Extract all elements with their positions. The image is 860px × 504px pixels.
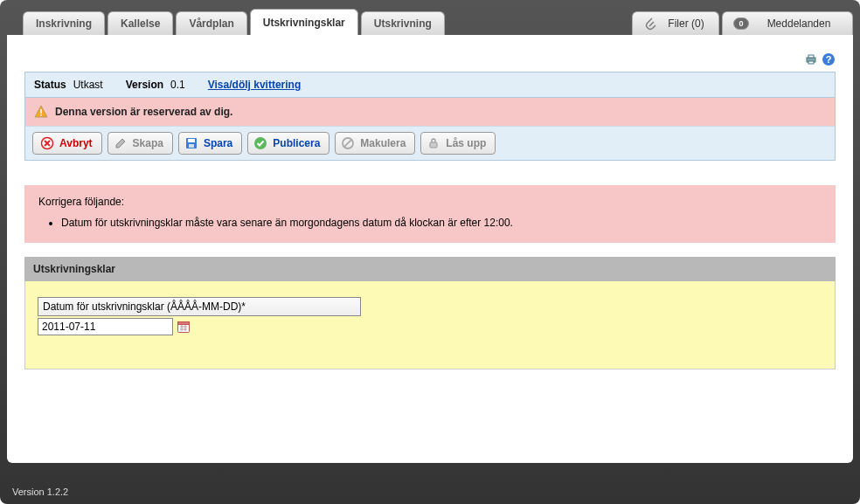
form-panel: Datum för utskrivningsklar (ÅÅÅÅ-MM-DD)* (24, 281, 836, 369)
validation-list: Datum för utskrivningsklar måste vara se… (38, 217, 822, 229)
messages-badge: 0 (733, 17, 749, 30)
cancel-icon (40, 136, 54, 150)
avbryt-button[interactable]: Avbryt (32, 132, 102, 155)
publicera-button[interactable]: Publicera (247, 132, 329, 155)
svg-rect-16 (178, 322, 190, 325)
button-bar: Avbryt Skapa Spara Publicera (24, 126, 836, 161)
check-icon (253, 136, 267, 150)
lasupp-label: Lås upp (446, 137, 486, 149)
svg-rect-2 (808, 61, 814, 64)
pencil-icon (114, 136, 128, 150)
forbid-icon (341, 136, 355, 150)
spara-label: Spara (204, 137, 232, 149)
avbryt-label: Avbryt (59, 137, 93, 149)
svg-rect-9 (188, 139, 195, 142)
date-field-label: Datum för utskrivningsklar (ÅÅÅÅ-MM-DD)* (38, 297, 361, 316)
tab-inskrivning[interactable]: Inskrivning (23, 11, 105, 35)
skapa-button[interactable]: Skapa (108, 132, 173, 155)
validation-errors: Korrigera följande: Datum för utskrivnin… (24, 185, 836, 243)
svg-rect-10 (189, 144, 194, 148)
files-label: Filer (0) (664, 17, 708, 30)
tab-utskrivningsklar[interactable]: Utskrivningsklar (250, 9, 358, 35)
messages-tab[interactable]: 0 Meddelanden (722, 11, 853, 35)
validation-heading: Korrigera följande: (38, 196, 822, 208)
calendar-icon[interactable] (177, 320, 191, 334)
spara-button[interactable]: Spara (178, 132, 242, 155)
footer-version: Version 1.2.2 (12, 487, 68, 497)
status-label: Status (34, 79, 66, 91)
validation-item: Datum för utskrivningsklar måste vara se… (61, 217, 822, 229)
warning-icon (34, 105, 48, 119)
reservation-alert: Denna version är reserverad av dig. (24, 98, 836, 126)
svg-text:?: ? (826, 54, 832, 65)
version-label: Version (126, 79, 163, 91)
makulera-label: Makulera (360, 137, 406, 149)
version-value: 0.1 (170, 79, 185, 91)
svg-line-13 (344, 140, 351, 147)
reservation-text: Denna version är reserverad av dig. (55, 106, 232, 118)
status-bar: Status Utkast Version 0.1 Visa/dölj kvit… (24, 72, 836, 98)
tab-strip: Inskrivning Kallelse Vårdplan Utskrivnin… (7, 7, 853, 35)
svg-rect-5 (40, 109, 42, 114)
svg-rect-1 (808, 55, 814, 58)
makulera-button[interactable]: Makulera (335, 132, 415, 155)
svg-rect-6 (40, 114, 42, 116)
tab-utskrivning[interactable]: Utskrivning (361, 11, 445, 35)
lasupp-button[interactable]: Lås upp (420, 132, 496, 155)
skapa-label: Skapa (133, 137, 163, 149)
section-header: Utskrivningsklar (24, 257, 836, 281)
print-icon[interactable] (804, 52, 818, 66)
messages-label: Meddelanden (756, 17, 842, 30)
toolbar-top: ? (24, 52, 836, 66)
publicera-label: Publicera (273, 137, 320, 149)
save-icon (184, 136, 198, 150)
tab-kallelse[interactable]: Kallelse (108, 11, 173, 35)
tab-vardplan[interactable]: Vårdplan (176, 11, 246, 35)
help-icon[interactable]: ? (822, 52, 836, 66)
files-tab[interactable]: Filer (0) (632, 11, 719, 35)
status-value: Utkast (73, 79, 103, 91)
lock-icon (427, 136, 440, 150)
svg-rect-14 (430, 142, 437, 148)
paperclip-icon (643, 17, 657, 31)
toggle-kvittering-link[interactable]: Visa/dölj kvittering (208, 79, 301, 91)
content-area: ? Status Utkast Version 0.1 Visa/dölj kv… (7, 35, 853, 463)
date-input[interactable] (38, 318, 173, 335)
